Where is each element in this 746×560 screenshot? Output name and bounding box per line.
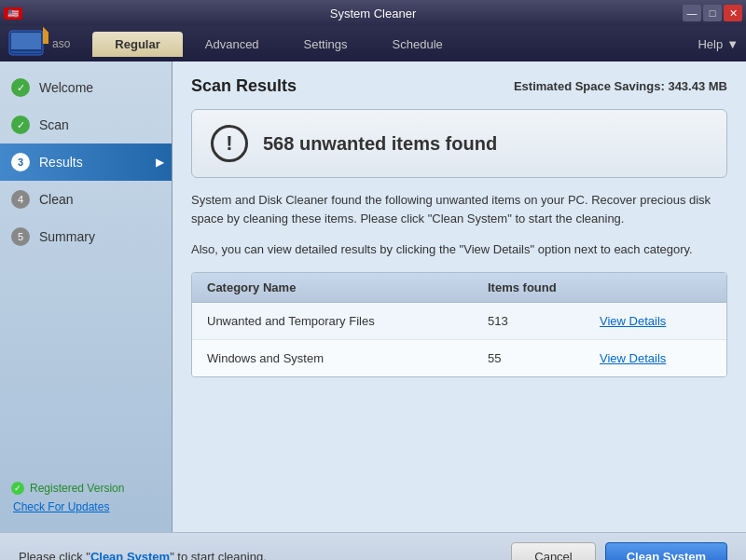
tab-advanced[interactable]: Advanced	[183, 32, 282, 57]
check-updates-link[interactable]: Check For Updates	[11, 500, 160, 513]
menu-bar: aso Regular Advanced Settings Schedule H…	[0, 26, 746, 61]
cancel-button[interactable]: Cancel	[511, 542, 595, 560]
table-row: Unwanted and Temporary Files 513 View De…	[192, 303, 726, 340]
flag-icon: 🇺🇸	[4, 7, 22, 20]
aso-label: aso	[52, 37, 70, 50]
sidebar-item-clean[interactable]: 4 Clean	[0, 181, 172, 218]
alert-box: ! 568 unwanted items found	[191, 109, 727, 178]
row-2-items: 55	[488, 351, 600, 365]
footer-message: Please click "Clean System" to start cle…	[19, 550, 267, 560]
sidebar-item-label-welcome: Welcome	[39, 80, 93, 95]
alert-icon: !	[211, 125, 248, 162]
tab-settings[interactable]: Settings	[282, 32, 370, 57]
tab-schedule[interactable]: Schedule	[370, 32, 465, 57]
estimated-savings: Estimated Space Savings: 343.43 MB	[514, 79, 727, 93]
svg-rect-2	[11, 51, 41, 53]
minimize-button[interactable]: —	[683, 5, 701, 21]
sidebar-item-results[interactable]: 3 Results ▶	[0, 143, 172, 181]
sidebar-item-label-scan: Scan	[39, 117, 69, 132]
registered-badge: ✓ Registered Version	[11, 482, 160, 495]
step-1-num: ✓	[11, 78, 30, 97]
view-details-link-1[interactable]: View Details	[600, 314, 666, 328]
sidebar-item-scan[interactable]: ✓ Scan	[0, 106, 172, 143]
footer-buttons: Cancel Clean System	[511, 542, 727, 560]
main-container: ✓ Welcome ✓ Scan 3 Results ▶ 4 Clean 5 S…	[0, 61, 746, 532]
sidebar-arrow-icon: ▶	[156, 156, 164, 169]
close-button[interactable]: ✕	[724, 5, 742, 21]
row-2-category: Windows and System	[207, 351, 488, 365]
content-area: Scan Results Estimated Space Savings: 34…	[173, 61, 746, 532]
step-2-num: ✓	[11, 116, 30, 134]
row-2-action: View Details	[600, 351, 711, 365]
description-2: Also, you can view detailed results by c…	[191, 240, 727, 259]
sidebar-item-welcome[interactable]: ✓ Welcome	[0, 69, 172, 106]
th-category: Category Name	[207, 280, 488, 294]
title-bar: 🇺🇸 System Cleaner — □ ✕	[0, 0, 746, 26]
step-3-num: 3	[11, 153, 30, 171]
row-1-items: 513	[488, 314, 600, 328]
sidebar-item-summary[interactable]: 5 Summary	[0, 218, 172, 255]
sidebar-item-label-results: Results	[39, 155, 83, 170]
nav-tabs: Regular Advanced Settings Schedule	[92, 32, 698, 57]
content-header: Scan Results Estimated Space Savings: 34…	[191, 76, 727, 96]
svg-rect-1	[11, 33, 41, 49]
app-title: System Cleaner	[330, 7, 416, 20]
th-items: Items found	[488, 280, 600, 294]
window-controls: — □ ✕	[683, 5, 742, 21]
registered-icon: ✓	[11, 482, 24, 495]
sidebar-item-label-clean: Clean	[39, 192, 74, 207]
scan-results-title: Scan Results	[191, 76, 297, 96]
sidebar: ✓ Welcome ✓ Scan 3 Results ▶ 4 Clean 5 S…	[0, 61, 173, 532]
view-details-link-2[interactable]: View Details	[600, 351, 666, 365]
alert-text: 568 unwanted items found	[263, 133, 497, 155]
logo-area: aso	[7, 27, 77, 61]
table-row: Windows and System 55 View Details	[192, 340, 726, 376]
table-header: Category Name Items found	[192, 273, 726, 303]
clean-link-text: Clean System	[90, 550, 170, 560]
maximize-button[interactable]: □	[703, 5, 722, 21]
row-1-action: View Details	[600, 314, 711, 328]
sidebar-footer: ✓ Registered Version Check For Updates	[0, 471, 172, 525]
tab-regular[interactable]: Regular	[92, 32, 182, 57]
registered-label: Registered Version	[30, 482, 124, 495]
step-4-num: 4	[11, 190, 30, 209]
app-logo-icon	[7, 27, 48, 61]
clean-system-button[interactable]: Clean System	[605, 542, 727, 560]
results-table: Category Name Items found Unwanted and T…	[191, 272, 727, 377]
footer-bar: Please click "Clean System" to start cle…	[0, 532, 746, 560]
row-1-category: Unwanted and Temporary Files	[207, 314, 488, 328]
step-5-num: 5	[11, 227, 30, 246]
help-button[interactable]: Help ▼	[698, 37, 739, 51]
description-1: System and Disk Cleaner found the follow…	[191, 191, 727, 227]
th-action	[600, 280, 711, 294]
sidebar-item-label-summary: Summary	[39, 229, 95, 244]
